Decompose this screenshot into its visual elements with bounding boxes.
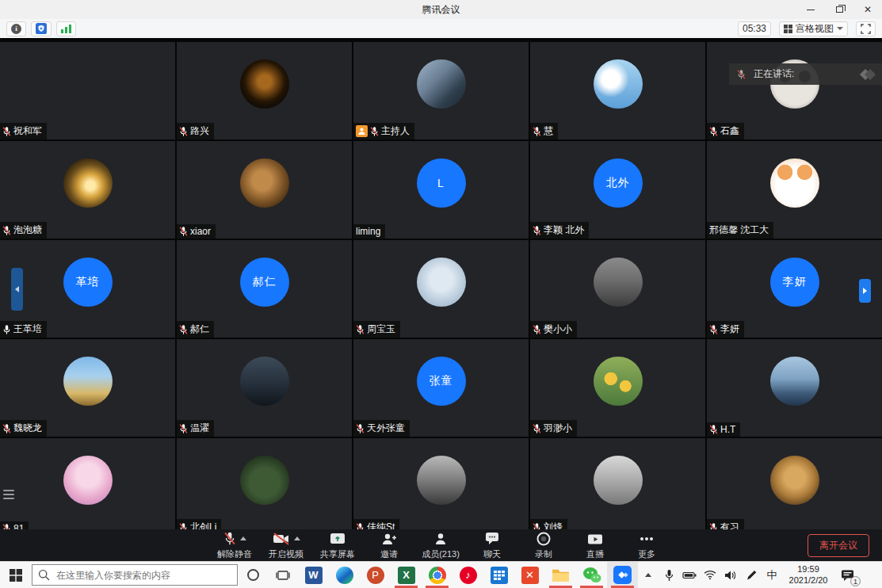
avatar-initials: 李妍 — [783, 275, 807, 289]
participant-tile[interactable]: 革培 王革培 — [0, 240, 175, 338]
taskbar-app-powerpoint[interactable]: P — [360, 562, 391, 588]
chat-button[interactable]: 聊天 — [473, 531, 511, 560]
taskbar-app-word[interactable]: W — [298, 562, 329, 588]
tray-clock[interactable]: 19:59 2021/2/20 — [782, 562, 834, 588]
participant-label: 李妍 — [707, 321, 744, 338]
button-label: 邀请 — [380, 548, 398, 560]
participant-tile[interactable]: xiaor — [177, 141, 352, 239]
restore-button[interactable] — [825, 0, 853, 19]
meeting-security-button[interactable] — [31, 21, 52, 36]
participant-name: 魏晓龙 — [13, 422, 42, 435]
more-button[interactable]: 更多 — [628, 531, 666, 560]
participant-tile[interactable]: L liming — [353, 141, 529, 239]
layout-list-icon[interactable] — [3, 490, 14, 499]
close-button[interactable]: ✕ — [853, 0, 882, 19]
record-button[interactable]: 录制 — [525, 531, 563, 560]
ime-label: 中 — [767, 568, 777, 582]
participant-tile[interactable]: 主持人 — [353, 42, 529, 139]
cortana-button[interactable] — [238, 562, 268, 588]
tray-microphone[interactable] — [659, 562, 679, 588]
taskbar-search-input[interactable] — [32, 564, 238, 586]
chevron-up-icon[interactable] — [294, 536, 300, 540]
share-screen-button[interactable]: 共享屏幕 — [319, 531, 357, 560]
task-view-button[interactable] — [268, 562, 298, 588]
participant-tile[interactable]: 慧 — [530, 42, 705, 139]
participant-tile[interactable]: 佳纯St — [353, 438, 529, 529]
participant-tile[interactable]: 李妍 李妍 — [707, 240, 882, 338]
participant-tile[interactable]: 邢德馨 沈工大 — [707, 141, 882, 239]
avatar — [240, 357, 289, 406]
minimize-button[interactable] — [796, 0, 825, 19]
taskbar-app-file-explorer[interactable] — [545, 562, 576, 588]
participant-tile[interactable]: 温濯 — [177, 339, 352, 437]
start-button[interactable] — [0, 562, 32, 588]
participant-tile[interactable]: 樊小小 — [530, 240, 705, 338]
window-titlebar: 腾讯会议 ✕ — [0, 0, 882, 19]
taskbar-app-calendar[interactable] — [483, 562, 514, 588]
tray-battery[interactable] — [679, 562, 700, 588]
next-page-button[interactable] — [859, 279, 871, 303]
avatar — [240, 158, 289, 208]
live-stream-button[interactable]: 直播 — [576, 531, 614, 560]
previous-page-button[interactable] — [11, 268, 23, 311]
taskbar-app-excel[interactable]: X — [391, 562, 422, 588]
participant-tile[interactable]: 有习 — [707, 438, 882, 529]
participant-tile[interactable]: 石鑫 — [707, 42, 882, 139]
taskbar-app-chrome[interactable] — [422, 562, 452, 588]
taskbar-app-tencent-meeting[interactable] — [607, 562, 638, 588]
avatar: 北外 — [594, 158, 643, 208]
taskbar-app-wechat[interactable] — [576, 562, 607, 588]
participant-tile[interactable]: 魏晓龙 — [0, 339, 175, 437]
mic-icon — [356, 423, 365, 434]
participant-tile[interactable]: 北外 李颖 北外 — [530, 141, 705, 239]
participant-tile[interactable]: 81 — [0, 438, 175, 529]
notification-center-button[interactable]: 1 — [834, 562, 861, 588]
taskbar-app-edge[interactable] — [329, 562, 360, 588]
taskbar-app-xmind[interactable]: ✕ — [514, 562, 545, 588]
participant-tile[interactable]: 路兴 — [177, 42, 352, 139]
participant-label: 温濯 — [177, 420, 214, 437]
participant-label: 樊小小 — [530, 321, 577, 338]
participant-tile[interactable]: 北创Li — [177, 438, 352, 529]
members-button[interactable]: 成员(213) — [422, 531, 460, 560]
participant-tile[interactable]: 周宝玉 — [353, 240, 529, 338]
participant-tile[interactable]: 张童 天外张童 — [353, 339, 529, 437]
grid-view-icon — [784, 25, 792, 33]
participant-grid: 祝和军 路兴 主持人 慧 — [0, 42, 882, 529]
meeting-info-button[interactable]: i — [6, 21, 26, 36]
tray-wifi[interactable] — [700, 562, 720, 588]
participant-name: 石鑫 — [720, 124, 739, 138]
participant-tile[interactable]: 祝和军 — [0, 42, 175, 139]
tray-expand-button[interactable] — [638, 562, 659, 588]
unmute-button[interactable]: 解除静音 — [216, 531, 254, 560]
avatar — [417, 258, 466, 307]
network-status-button[interactable] — [56, 21, 76, 36]
chevron-up-icon[interactable] — [240, 536, 246, 540]
avatar: 革培 — [63, 258, 113, 307]
fullscreen-button[interactable] — [856, 21, 876, 36]
view-mode-button[interactable]: 宫格视图 — [779, 21, 848, 36]
shield-icon — [36, 23, 47, 34]
start-video-button[interactable]: 开启视频 — [267, 531, 305, 560]
participant-label: 81 — [0, 521, 29, 529]
mic-icon — [356, 324, 365, 335]
mic-icon — [179, 324, 188, 335]
tray-pen[interactable] — [741, 562, 762, 588]
button-label: 直播 — [586, 548, 604, 560]
mic-muted-icon — [223, 531, 236, 546]
participant-tile[interactable]: 刘烽 — [530, 438, 705, 529]
tray-volume[interactable] — [720, 562, 741, 588]
invite-button[interactable]: 邀请 — [370, 531, 408, 560]
meeting-footer-toolbar: 解除静音 开启视频 共享屏幕 邀请 成员(213) — [0, 529, 882, 561]
participant-tile[interactable]: 泡泡糖 — [0, 141, 175, 239]
participant-tile[interactable]: 郝仁 郝仁 — [177, 240, 352, 338]
participant-tile[interactable]: H.T — [707, 339, 882, 437]
participant-tile[interactable]: 羽渺小 — [530, 339, 705, 437]
mic-icon — [2, 523, 11, 529]
chevron-right-icon — [863, 288, 867, 294]
avatar: L — [417, 158, 466, 208]
tray-ime[interactable]: 中 — [762, 562, 782, 588]
button-label: 共享屏幕 — [320, 548, 355, 560]
leave-meeting-button[interactable]: 离开会议 — [808, 534, 869, 557]
taskbar-app-netease-music[interactable]: ♪ — [452, 562, 483, 588]
